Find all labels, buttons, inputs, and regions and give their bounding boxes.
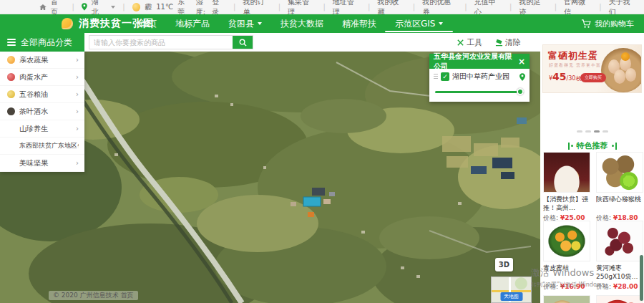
sidebar-item-fresh-produce[interactable]: 亲农蔬果› [0, 52, 84, 69]
separator: | [509, 3, 512, 11]
separator: | [278, 3, 280, 11]
carousel-dot[interactable] [602, 130, 608, 133]
nav-item-home[interactable]: 首页 [140, 14, 157, 33]
sidebar-item-tea-drinks[interactable]: 茶叶酒水› [0, 103, 84, 120]
product-image-tangerine [543, 221, 590, 261]
banner-title: 富硒初生蛋 [548, 49, 598, 62]
popup-header: 五华县金河农业发展有限公司 × [429, 54, 530, 69]
brand-logo-icon [62, 18, 73, 29]
all-categories-button[interactable]: 全部商品分类 [0, 33, 84, 52]
search-input[interactable] [89, 36, 233, 49]
separator: | [464, 3, 467, 11]
product-card[interactable] [543, 295, 590, 303]
carousel-dot[interactable] [585, 130, 591, 133]
sidebar-item-mountain-health[interactable]: 山珍养生› [0, 120, 84, 138]
buy-now-button[interactable]: 立即购买 [580, 73, 606, 82]
chevron-down-icon [258, 22, 262, 25]
cart-icon [581, 19, 591, 29]
search-box [89, 35, 253, 49]
basemap-label[interactable]: 天地图 [500, 292, 522, 301]
product-name: 黄河滩枣250gX10袋… [596, 264, 643, 281]
sidebar-item-grains-oils[interactable]: 五谷粮油› [0, 86, 84, 103]
tools-label: 工具 [467, 37, 482, 48]
close-icon[interactable]: × [518, 57, 525, 66]
banner-subtitle: 好蛋看得见 营养更丰富 [549, 62, 601, 69]
banner-price: ¥45/30枚 [549, 71, 581, 82]
locate-pin-icon[interactable] [519, 73, 525, 81]
spacer-icon [7, 142, 15, 150]
egg [625, 68, 636, 82]
product-image-fig [543, 295, 590, 303]
layer-checkbox[interactable]: ✓ [441, 72, 449, 81]
sidebar-item-tasty-nuts[interactable]: 美味坚果› [0, 155, 84, 172]
product-name: 青皮蜜桔 [543, 264, 590, 281]
chevron-down-icon [439, 22, 443, 25]
separator: | [323, 3, 325, 11]
left-decor-icon [568, 143, 573, 150]
popup-title: 五华县金河农业发展有限公司 [434, 52, 518, 72]
cart-label: 我的购物车 [595, 19, 634, 29]
nav-item-gis-demo-zone[interactable]: 示范区GIS [395, 14, 443, 33]
chevron-right-icon: › [76, 125, 79, 133]
clear-label: 清除 [505, 37, 521, 48]
right-panel: 富硒初生蛋 好蛋看得见 营养更丰富 ¥45/30枚 立即购买 特色推荐 【消费扶… [540, 33, 644, 303]
product-card[interactable]: 黄河滩枣250gX10袋… 价格: ¥28.00 [596, 221, 643, 292]
separator: | [555, 3, 557, 11]
separator: | [233, 3, 235, 11]
opacity-slider[interactable] [435, 88, 524, 95]
nav-item-landmark-products[interactable]: 地标产品 [175, 14, 210, 33]
chevron-right-icon: › [76, 56, 79, 64]
eraser-icon [495, 39, 503, 47]
product-card[interactable]: 陕西绿心猕猴桃 价格: ¥18.80 [596, 152, 643, 223]
product-image-kiwi [596, 152, 643, 193]
right-decor-icon [612, 143, 617, 150]
tools-button[interactable]: 工具 [457, 37, 482, 48]
separator: | [413, 3, 415, 11]
sidebar-item-guangdong-pavilions[interactable]: 东西部扶贫广东地区各馆 [0, 138, 84, 155]
chevron-right-icon: › [76, 90, 79, 98]
weather-temp: 11℃ [156, 3, 173, 11]
teapot-icon [7, 107, 15, 115]
search-icon [239, 39, 247, 47]
layer-handle-icon [434, 74, 438, 80]
sidebar-item-meat-seafood[interactable]: 肉蛋水产› [0, 69, 84, 86]
spacer-icon [7, 125, 15, 133]
3d-view-button[interactable]: 3D [495, 258, 513, 271]
clear-button[interactable]: 清除 [495, 37, 521, 48]
scrollbar-thumb[interactable] [640, 255, 643, 301]
map-copyright: © 2020 广州信息技术 首页 [49, 291, 138, 300]
product-card[interactable]: 【消费扶贫】强推！高州… 价格: ¥25.00 [543, 152, 590, 223]
map-toolbar: 工具 清除 [457, 33, 521, 52]
nav-item-targeted-assistance[interactable]: 精准帮扶 [342, 14, 376, 33]
product-card[interactable] [596, 295, 643, 303]
slider-knob[interactable] [517, 88, 524, 95]
product-image-pomegranate [596, 295, 643, 303]
nav-item-poverty-counties[interactable]: 贫困县 [228, 14, 262, 33]
fruit-icon [7, 56, 15, 64]
layer-label: 湖田中草药产业园 [452, 72, 517, 82]
search-button[interactable] [233, 36, 253, 49]
carousel-dot-active[interactable] [594, 130, 600, 133]
hamburger-icon [7, 37, 16, 47]
chevron-right-icon: › [76, 159, 79, 167]
chevron-right-icon: › [76, 73, 79, 81]
product-card[interactable]: 青皮蜜桔 价格: ¥16.90 [543, 221, 590, 292]
carousel-dot[interactable] [577, 130, 582, 133]
product-price: 价格: ¥28.00 [596, 282, 643, 292]
promo-banner[interactable]: 富硒初生蛋 好蛋看得见 营养更丰富 ¥45/30枚 立即购买 [542, 44, 642, 93]
cart-button[interactable]: 我的购物车 [581, 14, 634, 33]
category-sidebar: 亲农蔬果› 肉蛋水产› 五谷粮油› 茶叶酒水› 山珍养生› 东西部扶贫广东地区各… [0, 52, 84, 172]
product-image-jujube [596, 221, 643, 261]
featured-section-header: 特色推荐 [540, 140, 644, 151]
search-row: 全部商品分类 工具 清除 [0, 33, 540, 52]
wrench-icon [457, 39, 464, 47]
egg [614, 69, 625, 84]
featured-title: 特色推荐 [577, 140, 608, 151]
home-icon [39, 4, 47, 11]
nav-item-big-data[interactable]: 扶贫大数据 [280, 14, 323, 33]
separator: | [72, 3, 74, 11]
all-categories-label: 全部商品分类 [21, 37, 72, 49]
overview-minimap[interactable]: 天地图 [491, 276, 532, 303]
slider-track [435, 91, 524, 93]
separator: | [599, 3, 601, 11]
